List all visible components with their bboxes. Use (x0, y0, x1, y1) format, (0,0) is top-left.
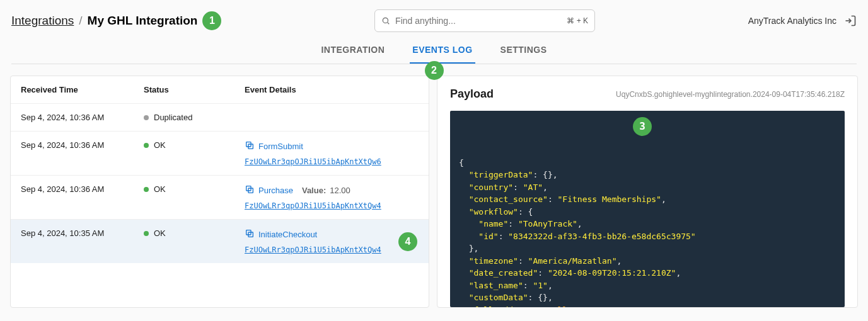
copy-icon[interactable] (245, 140, 255, 152)
svg-line-1 (388, 23, 390, 25)
annotation-1: 1 (202, 11, 221, 30)
payload-line: "workflow": { (459, 206, 837, 218)
svg-point-0 (383, 18, 388, 23)
payload-meta: UqyCnxbS.gohighlevel-myghlintegration.20… (616, 90, 845, 99)
account-name[interactable]: AnyTrack Analytics Inc (748, 16, 836, 26)
payload-title: Payload (450, 87, 494, 101)
payload-line: "id": "8342322d-af33-4fb3-bb26-e58dc65c3… (459, 230, 837, 243)
search-input-wrap[interactable]: ⌘ + K (374, 9, 595, 32)
cell-received-time: Sep 4, 2024, 10:36 AM (21, 184, 144, 194)
search-input[interactable] (395, 16, 562, 26)
payload-line: "timezone": "America/Mazatlan", (459, 255, 837, 268)
value-number: 12.00 (330, 186, 350, 195)
table-row[interactable]: Sep 4, 2024, 10:36 AMOKFormSubmitFzUOwLR… (11, 131, 429, 175)
col-received: Received Time (21, 85, 144, 94)
cell-received-time: Sep 4, 2024, 10:36 AM (21, 140, 144, 150)
payload-line: }, (459, 242, 837, 255)
table-row[interactable]: Sep 4, 2024, 10:35 AMOKInitiateCheckoutF… (11, 219, 429, 263)
breadcrumb-current: My GHL Integration (88, 14, 198, 28)
payload-line: "last_name": "1", (459, 279, 837, 292)
cell-status: OK (144, 184, 245, 194)
payload-line: "date_created": "2024-08-09T20:15:21.210… (459, 267, 837, 279)
status-dot (144, 187, 149, 192)
table-row[interactable]: Sep 4, 2024, 10:36 AMDuplicated (11, 103, 429, 131)
table-header: Received Time Status Event Details (11, 76, 429, 103)
breadcrumb-separator: / (79, 14, 82, 28)
payload-line: "contact_source": "Fitness Memberships", (459, 193, 837, 206)
status-text: Duplicated (154, 113, 192, 122)
cell-event-details: FormSubmitFzUOwLRr3qpOJRi1U5ibApKntXtQw6 (245, 140, 419, 166)
search-icon (381, 16, 390, 25)
col-status: Status (144, 85, 245, 94)
tab-integration[interactable]: INTEGRATION (318, 38, 387, 64)
cell-received-time: Sep 4, 2024, 10:35 AM (21, 228, 144, 238)
cell-status: OK (144, 228, 245, 238)
payload-line: "name": "ToAnyTrack", (459, 218, 837, 230)
topbar: Integrations / My GHL Integration 1 ⌘ + … (0, 0, 868, 38)
cell-event-details: PurchaseValue:12.00FzUOwLRr3qpOJRi1U5ibA… (245, 184, 419, 210)
annotation-2: 2 (425, 61, 444, 80)
status-text: OK (154, 228, 166, 238)
breadcrumb: Integrations / My GHL Integration 1 (11, 11, 221, 30)
annotation-3: 3 (633, 117, 652, 136)
payload-line: { (459, 157, 837, 169)
annotation-4: 4 (398, 232, 417, 251)
payload-panel: Payload UqyCnxbS.gohighlevel-myghlintegr… (437, 76, 858, 308)
status-text: OK (154, 184, 166, 194)
search-shortcut: ⌘ + K (567, 16, 588, 25)
click-id-link[interactable]: FzUOwLRr3qpOJRi1U5ibApKntXtQw6 (245, 157, 419, 166)
click-id-link[interactable]: FzUOwLRr3qpOJRi1U5ibApKntXtQw4 (245, 201, 419, 210)
col-details: Event Details (245, 85, 419, 94)
copy-icon[interactable] (245, 228, 255, 240)
status-dot (144, 115, 149, 120)
payload-line: "triggerData": {}, (459, 169, 837, 181)
status-text: OK (154, 140, 166, 150)
payload-line: "full_address": null, (459, 304, 837, 308)
cell-status: OK (144, 140, 245, 150)
cell-received-time: Sep 4, 2024, 10:36 AM (21, 113, 144, 122)
copy-icon[interactable] (245, 184, 255, 196)
table-row[interactable]: Sep 4, 2024, 10:36 AMOKPurchaseValue:12.… (11, 175, 429, 219)
events-table: Received Time Status Event Details Sep 4… (10, 76, 429, 308)
content: Received Time Status Event Details Sep 4… (0, 76, 868, 308)
event-name[interactable]: InitiateCheckout (258, 230, 317, 239)
tabs-row: INTEGRATION EVENTS LOG SETTINGS 2 (11, 38, 857, 64)
breadcrumb-root[interactable]: Integrations (11, 14, 74, 28)
value-label: Value: (302, 186, 326, 195)
payload-line: "country": "AT", (459, 181, 837, 194)
logout-icon[interactable] (844, 14, 857, 27)
cell-event-details: InitiateCheckoutFzUOwLRr3qpOJRi1U5ibApKn… (245, 228, 419, 254)
event-name[interactable]: Purchase (258, 186, 293, 195)
click-id-link[interactable]: FzUOwLRr3qpOJRi1U5ibApKntXtQw4 (245, 245, 419, 254)
tab-settings[interactable]: SETTINGS (498, 38, 550, 64)
status-dot (144, 231, 149, 236)
tab-events-log[interactable]: EVENTS LOG (410, 38, 475, 64)
account-area: AnyTrack Analytics Inc (748, 14, 857, 27)
status-dot (144, 143, 149, 148)
event-name[interactable]: FormSubmit (258, 142, 303, 151)
payload-body[interactable]: 3 { "triggerData": {}, "country": "AT", … (450, 111, 845, 307)
payload-line: "customData": {}, (459, 291, 837, 304)
cell-status: Duplicated (144, 113, 245, 122)
